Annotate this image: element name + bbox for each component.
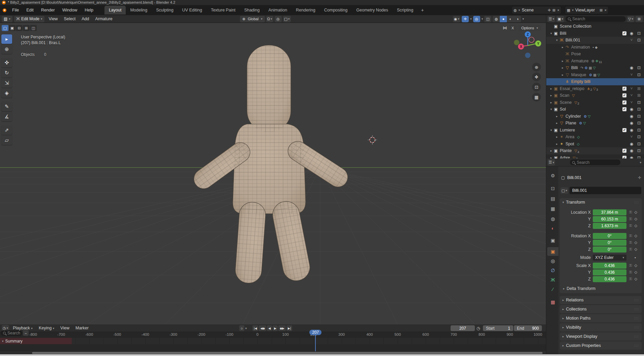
rotate-tool-button[interactable]: ↻ <box>1 68 12 78</box>
shading-wireframe-button[interactable]: ◍ <box>493 16 500 22</box>
keyframe-diamond-icon[interactable]: ◇ <box>634 210 637 214</box>
expand-icon[interactable]: ▸ <box>560 73 565 77</box>
visibility-dropdown[interactable]: ◉▾ <box>453 16 460 22</box>
play-back-button[interactable]: ◀ <box>267 325 272 331</box>
annotate-tool-button[interactable]: ✎ <box>1 102 12 111</box>
shear-tool-button[interactable]: ▱ <box>1 136 12 145</box>
outliner-search[interactable]: Search <box>565 16 626 22</box>
properties-tab-view-layer[interactable]: ▦ <box>547 204 558 213</box>
keyframe-diamond-icon[interactable]: ◇ <box>634 240 637 245</box>
hide-toggle-icon[interactable]: ◉ <box>629 114 634 119</box>
render-toggle-icon[interactable]: ⊡ <box>637 100 641 105</box>
keyframe-diamond-icon[interactable]: ◇ <box>634 263 637 268</box>
panel-grip[interactable]: :::: <box>634 201 639 204</box>
outliner-display-mode[interactable]: ☰▾ <box>548 16 555 22</box>
editor-type-button[interactable]: ▧▾ <box>2 16 12 22</box>
properties-tab-bone[interactable]: ∕ <box>547 285 558 294</box>
copy-icon[interactable]: ⊞ <box>552 8 555 12</box>
expand-icon[interactable]: ▸ <box>549 149 553 152</box>
expand-icon[interactable]: ▾ <box>549 128 553 132</box>
lock-icon[interactable]: ⚿ <box>629 217 632 221</box>
hide-toggle-icon[interactable]: ◉ <box>629 121 634 125</box>
panel-viewport-display[interactable]: ▸Viewport Display:::: <box>560 332 642 340</box>
tab-sculpting[interactable]: Sculpting <box>152 6 178 14</box>
scale-tool-button[interactable]: ⇲ <box>1 78 12 88</box>
lock-icon[interactable]: ⚿ <box>629 277 632 281</box>
expand-icon[interactable]: ▸ <box>555 115 559 118</box>
timeline-scrollbar[interactable] <box>0 351 546 354</box>
blender-menu-icon[interactable] <box>3 8 6 12</box>
key-next-button[interactable]: ◆▶ <box>278 325 286 331</box>
render-toggle-icon[interactable]: ⊡ <box>637 107 641 112</box>
expand-icon[interactable]: ▸ <box>560 66 565 69</box>
render-toggle-icon[interactable]: ⊡ <box>637 38 641 42</box>
select-extend-button[interactable]: ▣ <box>9 25 16 31</box>
value-field[interactable]: 37.864 m <box>593 209 626 215</box>
keying-dropdown-icon[interactable]: ▾ <box>245 327 247 330</box>
outliner-row-masque[interactable]: ▸▽Masque⚙▦▽˅⊡ <box>546 71 644 79</box>
expand-icon[interactable]: ▸ <box>555 135 559 139</box>
new-collection-button[interactable]: ⊞ <box>636 16 643 22</box>
checkbox-icon[interactable]: ✓ <box>622 93 626 97</box>
rotation-mode-select[interactable]: XYZ Euler▾ <box>593 255 626 261</box>
expand-icon[interactable]: ▸ <box>560 59 565 63</box>
outliner-row-pose[interactable]: ЖPose <box>546 51 644 58</box>
copy-icon[interactable]: ⊞ <box>600 8 603 12</box>
render-toggle-icon[interactable]: ⊠ <box>637 93 641 98</box>
object-id-icon-button[interactable]: ▢▾ <box>560 187 568 194</box>
tab-animation[interactable]: Animation <box>264 6 292 14</box>
outliner-row-armature[interactable]: ▸ЖArmature⚙✛11 <box>546 58 644 65</box>
properties-tab-collection[interactable]: ▣ <box>547 236 558 245</box>
hide-toggle-icon[interactable]: ˅ <box>629 135 634 139</box>
viewport-menu-select[interactable]: Select <box>61 17 79 21</box>
value-field[interactable]: 1.6373 m <box>593 223 626 229</box>
value-field[interactable]: 0.436 <box>593 269 626 275</box>
shading-rendered-button[interactable]: ◑ <box>514 16 521 22</box>
menu-render[interactable]: Render <box>37 6 59 14</box>
camera-view-button[interactable]: ⊡ <box>532 83 541 91</box>
checkbox-icon[interactable]: ✓ <box>622 100 626 105</box>
keyframe-diamond-icon[interactable]: ◇ <box>634 277 637 281</box>
keyframe-diamond-icon[interactable]: ◇ <box>634 217 637 221</box>
outliner-row-arbre[interactable]: ▸▣Arbre▽7✓◉⊡ <box>546 154 644 159</box>
value-field[interactable]: 0.436 <box>593 276 626 282</box>
outliner-row-scan[interactable]: ▸▣Scan▽✓˅⊠ <box>546 92 644 99</box>
play-button[interactable]: ▶ <box>273 325 278 331</box>
outliner-row-scene[interactable]: ▸▣Scene▽2✓˅⊡ <box>546 99 644 106</box>
outliner-row-lumiere[interactable]: ▾▣Lumiere✓◉⊡ <box>546 127 644 134</box>
render-toggle-icon[interactable]: ⊡ <box>637 142 641 146</box>
render-toggle-icon[interactable]: ⊡ <box>637 135 641 139</box>
checkbox-icon[interactable]: ✓ <box>622 31 626 35</box>
render-toggle-icon[interactable]: ⊡ <box>637 148 641 153</box>
viewlayer-name[interactable]: ViewLayer <box>575 8 598 12</box>
keyframe-diamond-icon[interactable]: ◇ <box>634 270 637 274</box>
expand-icon[interactable]: ▸ <box>549 87 553 90</box>
menu-file[interactable]: File <box>8 6 23 14</box>
panel-visibility[interactable]: ▸Visibility:::: <box>560 323 642 331</box>
properties-tab-constraints[interactable]: ◎ <box>547 257 558 265</box>
viewport-menu-view[interactable]: View <box>46 17 61 21</box>
properties-editor-type[interactable]: ☰▾ <box>548 159 555 166</box>
move-tool-button[interactable]: ✜ <box>1 58 12 67</box>
render-toggle-icon[interactable]: ⊡ <box>637 31 641 36</box>
overlays-toggle[interactable]: ◎ <box>473 16 480 22</box>
panel-custom-properties[interactable]: ▸Custom Properties:::: <box>560 342 642 350</box>
zoom-button[interactable]: ⊕ <box>532 63 541 71</box>
chevron-down-icon[interactable]: ▾ <box>640 161 641 164</box>
orientation-selector[interactable]: ⊕ Global ▾ <box>240 16 265 22</box>
snap-toggle[interactable]: Ω▾ <box>266 16 273 22</box>
cursor-tool-button[interactable]: ⊕ <box>1 44 12 54</box>
viewport-3d[interactable]: ▢▣⊟⊞◫ User Perspective (Local) (207) Bil… <box>0 23 546 324</box>
lock-icon[interactable]: ⚿ <box>629 240 632 245</box>
render-toggle-icon[interactable]: ⊡ <box>637 114 641 119</box>
zoom-region-toggle[interactable]: ↔ <box>23 330 29 336</box>
panel-grip[interactable]: :::: <box>634 335 639 338</box>
menu-edit[interactable]: Edit <box>23 6 37 14</box>
scene-name[interactable]: Scene <box>522 8 546 12</box>
auto-key-button[interactable]: ○ <box>239 325 244 331</box>
render-toggle-icon[interactable]: ⊡ <box>637 155 641 158</box>
checkbox-icon[interactable]: ✓ <box>622 107 626 111</box>
lock-icon[interactable]: ⚿ <box>629 224 632 228</box>
expand-icon[interactable]: ▾ <box>549 32 553 35</box>
shading-solid-button[interactable]: ● <box>500 16 507 22</box>
